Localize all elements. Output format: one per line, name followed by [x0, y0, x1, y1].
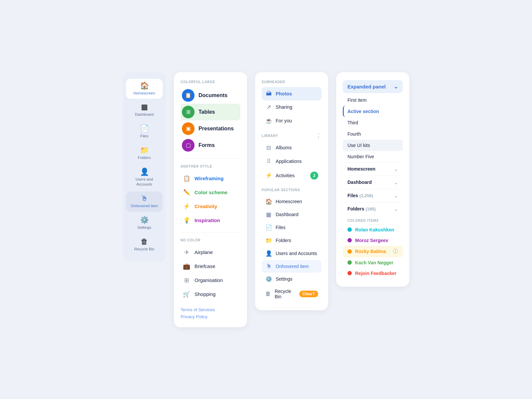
pop-item-recycle[interactable]: 🗑 Recycle Bin Clear? — [262, 286, 322, 302]
sidebar-label-recycle: Recycle Bin — [134, 247, 155, 252]
pop-item-folders[interactable]: 📁 Folders — [262, 234, 322, 247]
sidebar-label-onhovered: Onhovered item — [131, 203, 158, 208]
pop-item-dashboard[interactable]: ▦ Dashboard — [262, 208, 322, 221]
accordion-homescreen-label: Homescreen — [347, 166, 375, 172]
folders-icon: 📁 — [140, 147, 149, 154]
pop-folders-icon: 📁 — [265, 237, 272, 244]
menu-item-briefcase[interactable]: 💼 Briefcase — [181, 259, 240, 273]
sidebar-item-onhovered[interactable]: 🖱 Onhovered item — [126, 192, 163, 212]
three-dots-icon[interactable] — [316, 132, 322, 140]
pop-item-homescreen[interactable]: 🏠 Homescreen — [262, 195, 322, 208]
pop-onhovered-label: Onhovered item — [276, 264, 309, 269]
sidebar-item-folders[interactable]: 📁 Folders — [126, 143, 163, 164]
organisation-icon: ⊞ — [182, 276, 191, 285]
menu-item-inspiration[interactable]: 💡 Inspiration — [181, 213, 240, 227]
rolan-name: Rolan Kakushken — [355, 227, 394, 232]
expanded-panel-header[interactable]: Expanded panel — [343, 80, 403, 93]
colored-user-moroz[interactable]: Moroz Sergeev — [343, 235, 403, 246]
menu-item-documents[interactable]: 📋 Documents — [181, 87, 240, 104]
pop-item-files[interactable]: 📄 Files — [262, 221, 322, 234]
photos-icon: 🏔 — [265, 90, 272, 97]
kach-name: Kach Van Negger — [355, 260, 393, 265]
sidebar-label-folders: Folders — [138, 155, 151, 160]
briefcase-icon: 💼 — [182, 262, 191, 271]
accordion-files[interactable]: Files (2,256) ⌄ — [343, 189, 403, 202]
sidebar-label-files: Files — [140, 134, 148, 139]
airplane-icon: ✈ — [182, 248, 191, 257]
sidebar-item-dashboard[interactable]: ▦ Dashboard — [126, 100, 163, 120]
pop-files-icon: 📄 — [265, 224, 272, 231]
clear-button[interactable]: Clear? — [299, 291, 318, 297]
colored-user-rocky[interactable]: Rocky Babloa ⓘ — [343, 246, 403, 257]
colored-user-kach[interactable]: Kach Van Negger — [343, 257, 403, 268]
exp-item-active[interactable]: Active section — [343, 106, 403, 117]
pop-folders-label: Folders — [276, 238, 291, 243]
pop-item-users[interactable]: 👤 Users and Accounts — [262, 247, 322, 260]
accordion-folders-label: Folders (195) — [347, 206, 376, 211]
accordion-files-label: Files (2,256) — [347, 193, 373, 198]
left-sidebar: 🏠 Homescreen ▦ Dashboard 📄 Files 📁 Folde… — [123, 72, 166, 262]
wireframing-icon: 📋 — [182, 174, 191, 183]
exp-item-fourth[interactable]: Fourth — [343, 128, 403, 140]
sidebar-item-recycle[interactable]: 🗑 Recycle Bin — [126, 235, 163, 255]
exp-item-uikits[interactable]: Use UI kits — [343, 140, 403, 151]
exp-item-third[interactable]: Third — [343, 117, 403, 128]
sidebar-item-files[interactable]: 📄 Files — [126, 122, 163, 142]
colored-user-rolan[interactable]: Rolan Kakushken — [343, 224, 403, 235]
accordion-folders[interactable]: Folders (195) ⌄ — [343, 202, 403, 215]
menu-item-airplane[interactable]: ✈ Airplane — [181, 245, 240, 259]
accordion-dashboard[interactable]: Dashboard ⌄ — [343, 176, 403, 189]
sub-item-photos[interactable]: 🏔 Photos — [262, 87, 322, 100]
home-icon: 🏠 — [140, 82, 149, 89]
terms-link[interactable]: Terms of Services — [181, 307, 240, 312]
orange-dot — [347, 249, 352, 254]
airplane-label: Airplane — [195, 249, 213, 255]
accordion-dashboard-label: Dashboard — [347, 180, 372, 185]
exp-item-numberfive[interactable]: Number Five — [343, 151, 403, 162]
sidebar-item-homescreen[interactable]: 🏠 Homescreen — [126, 79, 163, 99]
red-dot — [347, 271, 352, 275]
main-layout: 🏠 Homescreen ▦ Dashboard 📄 Files 📁 Folde… — [123, 72, 409, 327]
pop-item-settings[interactable]: ⚙️ Settings — [262, 273, 322, 286]
menu-item-shopping[interactable]: 🛒 Shopping — [181, 287, 240, 301]
pop-item-onhovered[interactable]: 🖱 Onhovered item — [262, 260, 322, 273]
section-header-nocolor: NO COLOR — [181, 238, 240, 242]
accordion-homescreen[interactable]: Homescreen ⌄ — [343, 162, 403, 176]
divider-2 — [181, 232, 240, 232]
menu-item-organisation[interactable]: ⊞ Organisation — [181, 273, 240, 287]
photos-label: Photos — [276, 91, 292, 96]
sub-item-applications[interactable]: ⠿ Applications — [262, 155, 322, 168]
sidebar-item-users[interactable]: 👤 Users andAccounts — [126, 165, 163, 190]
recycle-icon: 🗑 — [141, 238, 148, 245]
subheader-panel: SUBHEADER 🏔 Photos ↗ Sharing ☕ For you L… — [255, 72, 328, 310]
documents-label: Documents — [199, 92, 227, 98]
menu-item-colorscheme[interactable]: ✏️ Color scheme — [181, 186, 240, 200]
pop-homescreen-label: Homescreen — [276, 199, 302, 204]
dashboard-icon: ▦ — [141, 103, 148, 111]
sub-item-activities[interactable]: ⚡ Activities 2 — [262, 168, 322, 183]
section-header-colorful: COLORFUL LARGE — [181, 80, 240, 84]
expanded-panel: Expanded panel First item Active section… — [336, 72, 409, 287]
mouse-icon: 🖱 — [141, 195, 148, 202]
sharing-icon: ↗ — [265, 104, 272, 111]
sub-item-sharing[interactable]: ↗ Sharing — [262, 100, 322, 114]
menu-item-tables[interactable]: ⊞ Tables — [181, 104, 240, 120]
sub-item-albums[interactable]: ⊟ Albums — [262, 141, 322, 155]
menu-item-creativity[interactable]: ⚡ Creativity — [181, 200, 240, 213]
sidebar-item-settings[interactable]: ⚙️ Settings — [126, 213, 163, 233]
pop-users-label: Users and Accounts — [276, 251, 317, 256]
info-icon: ⓘ — [393, 248, 398, 255]
forms-label: Forms — [199, 142, 215, 148]
settings-icon: ⚙️ — [140, 216, 149, 224]
menu-item-presentations[interactable]: ▣ Presentations — [181, 120, 240, 137]
popular-sections-label: POPULAR SECTIONS — [262, 188, 322, 192]
colored-user-rejoin[interactable]: Rejoin Feedbacker — [343, 268, 403, 279]
menu-item-wireframing[interactable]: 📋 Wireframing — [181, 172, 240, 186]
chevron-down-icon-2: ⌄ — [394, 179, 398, 186]
sub-item-foryou[interactable]: ☕ For you — [262, 114, 322, 128]
privacy-link[interactable]: Privacy Policy — [181, 314, 240, 319]
chevron-up-icon — [394, 83, 398, 90]
menu-item-forms[interactable]: ▢ Forms — [181, 137, 240, 154]
forms-icon: ▢ — [182, 139, 195, 152]
exp-item-first[interactable]: First item — [343, 94, 403, 106]
